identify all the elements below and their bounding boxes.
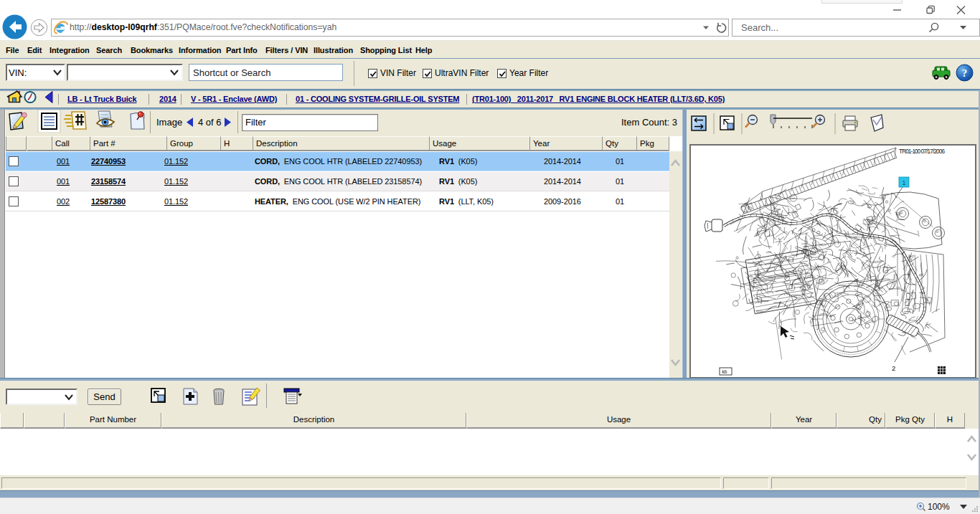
- svg-text:1: 1: [902, 179, 905, 186]
- svg-text:kb: kb: [722, 369, 727, 374]
- svg-text:TR01-100 07/17/2006: TR01-100 07/17/2006: [899, 148, 945, 155]
- svg-text:2: 2: [892, 364, 895, 372]
- svg-text:?: ?: [962, 67, 968, 79]
